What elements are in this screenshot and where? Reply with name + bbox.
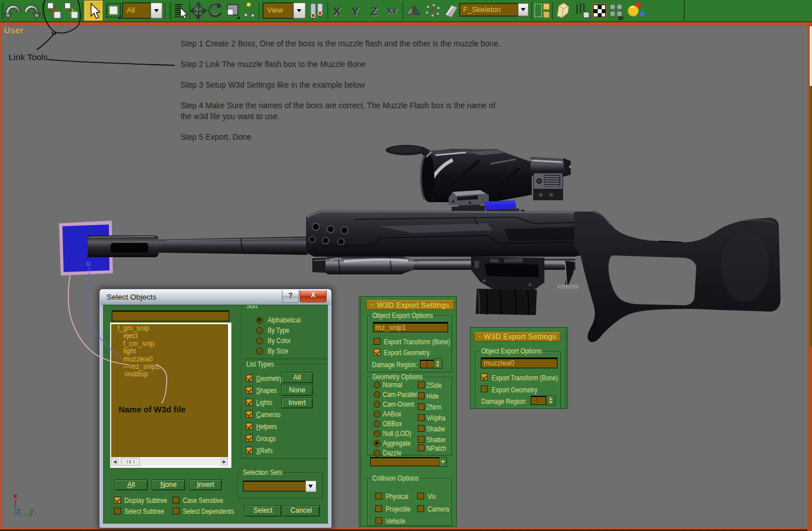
svg-text:XY: XY (387, 6, 398, 15)
svg-text:View: View (267, 6, 284, 14)
svg-text:ID: ID (618, 15, 624, 21)
svg-text:All: All (127, 6, 135, 14)
svg-text:X: X (333, 5, 341, 18)
svg-text:F_Skeleton: F_Skeleton (463, 5, 501, 14)
svg-text:Z: Z (370, 5, 378, 18)
svg-text:Y: Y (351, 5, 359, 18)
